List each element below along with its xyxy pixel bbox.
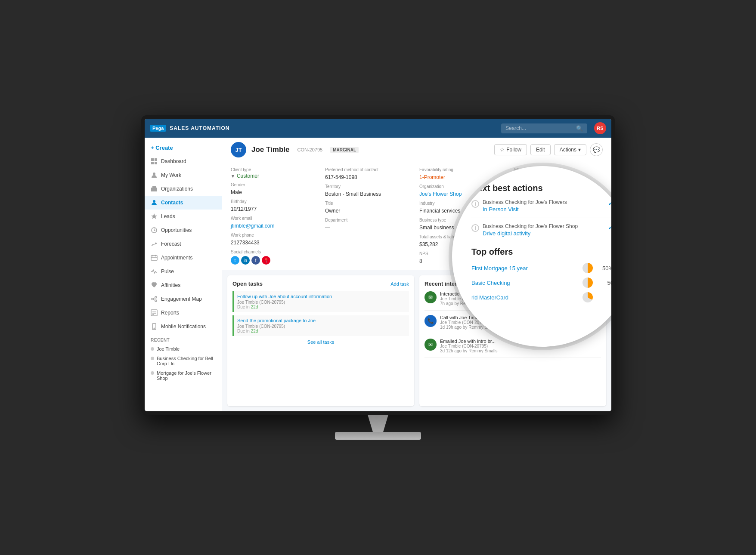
nba-check-icon-2: ✓ (608, 223, 611, 231)
dashboard-icon (151, 158, 158, 165)
work-email-field: Work email jtimble@gmail.com (231, 216, 320, 229)
recent-item-mortgage[interactable]: Mortgage for Joe's Flower Shop (145, 368, 222, 383)
contact-avatar: JT (231, 142, 246, 157)
task-title-2[interactable]: Send the promotional package to Joe (237, 318, 406, 323)
header-actions: ☆ Follow Edit Actions ▾ 💬 (494, 143, 603, 156)
svg-point-7 (153, 200, 155, 203)
sidebar-item-organizations[interactable]: Organizations (145, 182, 222, 196)
tasks-panel: Open tasks Add task Follow up with Joe a… (227, 275, 414, 406)
task-contact-1: Joe Timble (CON-20795) (237, 300, 406, 305)
svg-point-4 (153, 173, 155, 175)
monitor-stand (141, 415, 615, 440)
sidebar-item-dashboard[interactable]: Dashboard (145, 154, 222, 168)
nba-item-2: i Business Checking for Joe's Flower Sho… (471, 223, 611, 242)
title-value: Owner (325, 208, 340, 214)
svg-point-20 (154, 328, 155, 329)
svg-line-14 (153, 299, 155, 300)
favorability-value: 1-Promoter (419, 174, 445, 180)
svg-point-12 (155, 300, 157, 302)
social-channels-field: Social channels t in f 📍 (231, 250, 320, 265)
gender-value: Male (231, 189, 242, 195)
engagementmap-icon (151, 296, 158, 302)
create-button[interactable]: + Create (145, 141, 222, 154)
offer-gauge-3 (582, 292, 593, 302)
edit-button[interactable]: Edit (530, 144, 551, 155)
twitter-icon[interactable]: t (231, 256, 239, 265)
offer-name-2[interactable]: Basic Checking (471, 280, 579, 286)
leads-icon (151, 213, 158, 220)
search-input[interactable] (505, 125, 573, 131)
task-title-1[interactable]: Follow up with Joe about account informa… (237, 294, 406, 299)
user-avatar[interactable]: RS (594, 122, 606, 134)
offer-pct-2: 50 (596, 280, 611, 286)
sidebar-item-pulse[interactable]: Pulse (145, 265, 222, 278)
follow-button[interactable]: ☆ Follow (494, 144, 527, 155)
add-task-button[interactable]: Add task (390, 281, 409, 287)
nba-info-icon-2: i (471, 224, 479, 232)
app-title: SALES AUTOMATION (170, 125, 229, 131)
nps-value: 8 (419, 258, 422, 264)
task-contact-2: Joe Timble (CON-20795) (237, 324, 406, 329)
contact-id: CON-20795 (297, 147, 323, 152)
sidebar-item-appointments[interactable]: Appointments (145, 251, 222, 265)
nba-info-icon-1: i (471, 200, 479, 208)
offer-name-1[interactable]: First Mortgage 15 year (471, 265, 579, 271)
recent-item-checking[interactable]: Business Checking for Bell Corp Llc (145, 354, 222, 368)
mywork-icon (151, 172, 158, 179)
pin-icon[interactable]: 📍 (262, 256, 270, 265)
opportunities-icon (151, 227, 158, 234)
recent-section-title: RECENT (145, 333, 222, 344)
facebook-icon[interactable]: f (251, 256, 260, 265)
contact-badge: MARGINAL (330, 147, 359, 153)
work-email-value[interactable]: jtimble@gmail.com (231, 223, 275, 229)
search-bar[interactable]: 🔍 (501, 123, 587, 133)
client-type-value: Customer (237, 173, 259, 179)
preferred-contact-value: 617-549-1098 (325, 174, 357, 180)
nba-action-link-2[interactable]: Drive digital activity (483, 230, 604, 237)
sidebar: + Create Dashboard My Work Organizations (145, 138, 222, 411)
offer-gauge-1 (582, 263, 593, 273)
see-all-tasks-link[interactable]: See all tasks (232, 339, 409, 345)
linkedin-icon[interactable]: in (241, 256, 250, 265)
dropdown-arrow-icon: ▼ (231, 174, 235, 179)
sidebar-item-leads[interactable]: Leads (145, 210, 222, 223)
sidebar-item-mywork[interactable]: My Work (145, 168, 222, 182)
contact-info-col2: Preferred method of contact 617-549-1098… (325, 167, 414, 265)
work-phone-field: Work phone 2127334433 (231, 233, 320, 246)
client-type-field: Client type ▼ Customer (231, 167, 320, 179)
sidebar-item-reports[interactable]: Reports (145, 306, 222, 320)
offer-name-3[interactable]: rld MasterCard (471, 294, 579, 301)
sidebar-item-mobile[interactable]: Mobile Notifications (145, 320, 222, 333)
tasks-panel-title: Open tasks (232, 281, 263, 287)
appointments-icon (151, 254, 158, 261)
svg-rect-5 (151, 188, 157, 191)
territory-value: Boston - Small Business (325, 191, 381, 197)
actions-button[interactable]: Actions ▾ (554, 144, 586, 155)
tasks-panel-header: Open tasks Add task (232, 281, 409, 287)
nba-action-link-1[interactable]: In Person Visit (483, 206, 604, 213)
sidebar-item-forecast[interactable]: Forecast (145, 237, 222, 251)
task-item-2: Send the promotional package to Joe Joe … (232, 315, 409, 336)
stand-neck (361, 415, 395, 432)
task-item-1: Follow up with Joe about account informa… (232, 291, 409, 312)
business-type-value: Small business (419, 225, 454, 231)
chevron-down-icon: ▾ (578, 147, 581, 153)
preferred-contact-field: Preferred method of contact 617-549-1098 (325, 167, 414, 181)
email-icon-3: ✉ (424, 339, 437, 351)
contact-name: Joe Timble (251, 145, 290, 154)
recent-item-joe[interactable]: Joe Timble (145, 344, 222, 354)
comment-icon: 💬 (593, 146, 600, 153)
birthday-field: Birthday 10/12/1977 (231, 199, 320, 213)
total-assets-value: $35,282 (419, 241, 438, 247)
offer-item-2: Basic Checking 50 (471, 278, 611, 288)
offer-pct-1: 50% (596, 265, 611, 271)
sidebar-item-contacts[interactable]: Contacts (145, 196, 222, 210)
sidebar-item-affinities[interactable]: Affinities (145, 278, 222, 292)
sidebar-item-engagementmap[interactable]: Engagement Map (145, 292, 222, 306)
svg-point-11 (155, 296, 157, 298)
comment-button[interactable]: 💬 (590, 143, 603, 156)
top-offers-title: Top offers (471, 247, 611, 257)
sidebar-item-opportunities[interactable]: Opportunities (145, 223, 222, 237)
forecast-icon (151, 240, 158, 247)
email-icon-1: ✉ (424, 291, 437, 303)
